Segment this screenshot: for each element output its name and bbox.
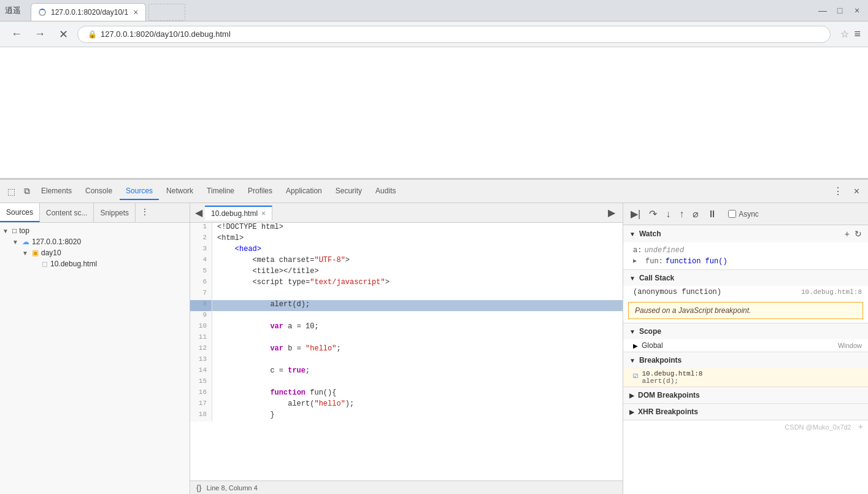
line-number-1: 1 (190, 223, 212, 234)
menu-icon[interactable]: ≡ (854, 28, 861, 41)
tree-item-folder[interactable]: ▼ ▣ day10 (0, 247, 190, 258)
tree-item-top[interactable]: ▼ □ top (0, 225, 190, 236)
code-line-8[interactable]: 8 alert(d); (190, 300, 623, 311)
watch-actions: + ↻ (845, 229, 862, 239)
window-controls: — □ × (816, 4, 863, 17)
address-bar[interactable]: 🔒 127.0.0.1:8020/day10/10.debug.html (77, 26, 831, 43)
code-line-5[interactable]: 5 <title></title> (190, 267, 623, 278)
watch-val-fun: function fun() (666, 257, 728, 266)
tab-timeline[interactable]: Timeline (201, 183, 240, 200)
maximize-btn[interactable]: □ (834, 4, 846, 17)
tab-close-btn[interactable]: × (133, 7, 138, 17)
code-line-18[interactable]: 18 } (190, 411, 623, 422)
new-tab-placeholder (148, 4, 185, 21)
scope-section-header[interactable]: ▼ Scope (623, 323, 868, 339)
tree-item-host[interactable]: ▼ ☁ 127.0.0.1:8020 (0, 236, 190, 247)
watch-arrow-icon: ▼ (629, 231, 636, 237)
line-content-4: <meta charset="UTF-8"> (212, 256, 355, 267)
format-icon[interactable]: {} (196, 483, 202, 492)
step-into-btn[interactable]: ↓ (663, 206, 673, 222)
tree-label-top: top (19, 226, 29, 235)
breakpoints-title: Breakpoints (639, 356, 682, 365)
xhr-bp-title: XHR Breakpoints (638, 407, 698, 416)
forward-btn[interactable]: → (31, 25, 49, 44)
tab-network[interactable]: Network (160, 183, 199, 200)
code-line-1[interactable]: 1<!DOCTYPE html> (190, 223, 623, 234)
call-stack-item[interactable]: (anonymous function) 10.debug.html:8 (623, 286, 868, 298)
tab-audits[interactable]: Audits (369, 183, 402, 200)
breakpoint-content: 10.debug.html:8 alert(d); (642, 370, 862, 385)
deactivate-breakpoints-btn[interactable]: ⌀ (690, 206, 701, 222)
code-line-9[interactable]: 9 (190, 311, 623, 322)
device-mode-btn[interactable]: ⧉ (20, 183, 34, 199)
step-over-btn[interactable]: ↷ (647, 206, 659, 222)
browser-tab[interactable]: 127.0.0.1:8020/day10/1 × (31, 3, 146, 21)
line-number-4: 4 (190, 256, 212, 267)
source-tab-more-btn[interactable]: ⋮ (136, 203, 154, 222)
sources-tab-sources[interactable]: Sources (0, 203, 40, 222)
devtools-close-btn[interactable]: × (849, 183, 864, 199)
code-line-3[interactable]: 3 <head> (190, 245, 623, 256)
code-line-17[interactable]: 17 alert("hello"); (190, 399, 623, 411)
step-out-btn[interactable]: ↑ (677, 206, 686, 222)
call-stack-header[interactable]: ▼ Call Stack (623, 270, 868, 286)
line-number-10: 10 (190, 322, 212, 333)
back-btn[interactable]: ← (7, 25, 26, 44)
tab-application[interactable]: Application (280, 183, 328, 200)
code-line-6[interactable]: 6 <script type="text/javascript"> (190, 278, 623, 289)
watermark-text: CSDN @Muko_0x7d2 (785, 423, 851, 431)
dom-bp-title: DOM Breakpoints (638, 391, 700, 399)
tab-console[interactable]: Console (79, 183, 118, 200)
code-line-15[interactable]: 15 (190, 377, 623, 388)
code-tab-file[interactable]: 10.debug.html × (205, 206, 272, 220)
devtools-more-btn[interactable]: ⋮ (828, 183, 848, 199)
watch-section-header[interactable]: ▼ Watch + ↻ (623, 225, 868, 242)
breakpoint-item[interactable]: ☑ 10.debug.html:8 alert(d); (623, 368, 868, 387)
tab-security[interactable]: Security (329, 183, 368, 200)
code-line-7[interactable]: 7 (190, 289, 623, 300)
line-number-16: 16 (190, 388, 212, 399)
code-line-2[interactable]: 2<html> (190, 234, 623, 245)
code-line-13[interactable]: 13 (190, 355, 623, 366)
code-line-14[interactable]: 14 c = true; (190, 366, 623, 377)
line-content-12: var b = "hello"; (212, 344, 346, 355)
close-btn[interactable]: × (851, 4, 863, 17)
scope-arrow-icon: ▼ (629, 328, 636, 335)
tab-sources[interactable]: Sources (120, 183, 159, 200)
dom-bp-arrow-icon: ▶ (629, 392, 634, 399)
code-tab-close-icon[interactable]: × (261, 209, 266, 218)
scope-global-item[interactable]: ▶ Global Window (623, 339, 868, 352)
tree-arrow-top: ▼ (2, 228, 12, 234)
dom-breakpoints-header[interactable]: ▶ DOM Breakpoints (623, 387, 868, 403)
watch-refresh-btn[interactable]: ↻ (855, 229, 862, 239)
call-stack-location: 10.debug.html:8 (801, 288, 862, 296)
async-checkbox[interactable] (728, 210, 736, 218)
code-line-4[interactable]: 4 <meta charset="UTF-8"> (190, 256, 623, 267)
sources-tab-snippets[interactable]: Snippets (94, 203, 136, 222)
sources-tab-content[interactable]: Content sc... (40, 203, 94, 222)
resume-btn[interactable]: ▶| (628, 206, 643, 222)
minimize-btn[interactable]: — (816, 4, 829, 17)
line-content-9 (212, 311, 222, 322)
breakpoints-header[interactable]: ▼ Breakpoints (623, 352, 868, 368)
code-editor-body[interactable]: 1<!DOCTYPE html>2<html>3 <head>4 <meta c… (190, 223, 623, 480)
code-line-10[interactable]: 10 var a = 10; (190, 322, 623, 333)
bookmark-star-icon[interactable]: ☆ (840, 28, 849, 40)
debug-toolbar: ▶| ↷ ↓ ↑ ⌀ ⏸ Async (623, 203, 868, 225)
code-line-16[interactable]: 16 function fun(){ (190, 388, 623, 399)
stop-btn[interactable]: ✕ (54, 25, 72, 44)
tab-profiles[interactable]: Profiles (242, 183, 278, 200)
pause-on-exceptions-btn[interactable]: ⏸ (705, 206, 720, 222)
xhr-breakpoints-header[interactable]: ▶ XHR Breakpoints (623, 404, 868, 420)
code-line-11[interactable]: 11 (190, 333, 623, 344)
code-nav-prev-btn[interactable]: ◀ (193, 204, 205, 221)
call-stack-arrow-icon: ▼ (629, 275, 636, 282)
run-button[interactable]: ▶ (603, 204, 620, 221)
code-line-12[interactable]: 12 var b = "hello"; (190, 344, 623, 355)
breakpoints-arrow-icon: ▼ (629, 357, 636, 364)
watch-add-btn[interactable]: + (845, 229, 850, 239)
inspect-element-btn[interactable]: ⬚ (4, 184, 19, 199)
tree-item-file[interactable]: ▶ ◻ 10.debug.html (0, 258, 190, 269)
code-tabs: ◀ 10.debug.html × ▶ (190, 203, 623, 223)
tab-elements[interactable]: Elements (35, 183, 78, 200)
